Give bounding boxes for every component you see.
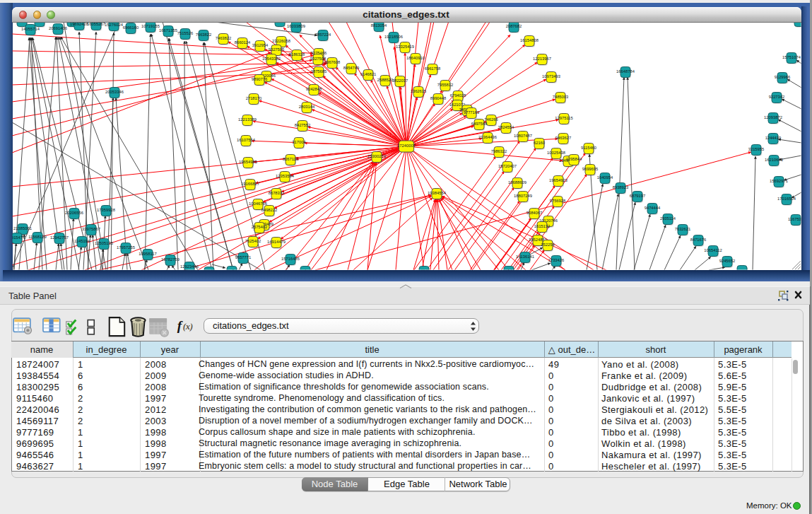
svg-text:19218506: 19218506 (384, 35, 403, 39)
svg-text:9115460: 9115460 (581, 146, 596, 150)
svg-text:16107554: 16107554 (237, 138, 256, 142)
svg-text:6966160: 6966160 (123, 25, 139, 30)
svg-text:2087682: 2087682 (506, 24, 522, 28)
svg-text:9146821: 9146821 (360, 72, 377, 76)
svg-text:8660124: 8660124 (235, 40, 251, 45)
svg-text:18807249: 18807249 (514, 194, 532, 198)
svg-text:7857224: 7857224 (315, 33, 331, 37)
svg-text:3912954: 3912954 (252, 43, 269, 47)
svg-text:12923446: 12923446 (180, 264, 199, 269)
svg-text:8471676: 8471676 (690, 238, 707, 242)
svg-text:16033809: 16033809 (287, 24, 305, 28)
svg-text:15276024: 15276024 (105, 23, 124, 27)
svg-text:9242848: 9242848 (306, 87, 322, 91)
svg-text:15720407: 15720407 (498, 164, 517, 168)
svg-text:2588520: 2588520 (377, 78, 394, 82)
svg-text:23226058: 23226058 (272, 39, 290, 43)
svg-text:1167533: 1167533 (788, 217, 804, 221)
svg-text:9084067: 9084067 (526, 211, 543, 215)
svg-text:19384554: 19384554 (428, 191, 447, 195)
svg-text:15716485: 15716485 (281, 257, 300, 261)
svg-text:3824554: 3824554 (498, 125, 514, 129)
svg-text:14055714: 14055714 (21, 27, 40, 31)
svg-text:15692971: 15692971 (770, 179, 788, 183)
svg-text:10807487: 10807487 (514, 134, 532, 138)
svg-text:6961758: 6961758 (425, 66, 441, 71)
svg-text:9699695: 9699695 (582, 167, 599, 171)
svg-text:15751074: 15751074 (782, 55, 801, 59)
svg-text:14914479: 14914479 (267, 240, 286, 244)
svg-text:9756928: 9756928 (550, 199, 566, 203)
svg-text:9327505: 9327505 (269, 47, 285, 52)
svg-text:14136141: 14136141 (516, 255, 534, 259)
svg-text:12093872: 12093872 (764, 115, 782, 119)
svg-text:12213389: 12213389 (238, 117, 257, 122)
svg-text:18640910: 18640910 (406, 56, 425, 60)
svg-text:10973493: 10973493 (542, 74, 560, 78)
svg-text:10688609: 10688609 (508, 180, 526, 185)
svg-text:20691406: 20691406 (49, 26, 67, 30)
svg-text:8813054: 8813054 (371, 23, 387, 28)
svg-text:9890776: 9890776 (252, 77, 268, 81)
svg-text:8938923: 8938923 (613, 185, 629, 189)
svg-text:2367608: 2367608 (324, 60, 341, 64)
svg-text:11568129: 11568129 (28, 235, 46, 239)
svg-text:9245652: 9245652 (719, 259, 736, 263)
svg-text:7986322: 7986322 (491, 149, 507, 153)
svg-text:16055267: 16055267 (87, 22, 105, 26)
svg-text:2718170: 2718170 (246, 96, 262, 100)
svg-text:8186328: 8186328 (289, 52, 305, 57)
svg-text:17240007: 17240007 (397, 144, 416, 148)
svg-text:12505135: 12505135 (95, 241, 113, 245)
svg-text:17957255: 17957255 (117, 245, 135, 250)
svg-text:20053346: 20053346 (105, 90, 124, 94)
svg-text:10025438: 10025438 (547, 151, 565, 155)
svg-text:7463822: 7463822 (216, 36, 232, 40)
svg-text:19654985: 19654985 (239, 160, 257, 164)
svg-text:9227342: 9227342 (769, 95, 785, 99)
svg-text:25300273: 25300273 (367, 154, 386, 158)
svg-text:8427552: 8427552 (295, 123, 311, 127)
svg-text:12942757: 12942757 (50, 235, 69, 240)
svg-text:10046766: 10046766 (249, 201, 267, 206)
svg-text:17016504: 17016504 (777, 197, 796, 201)
svg-text:21364436: 21364436 (478, 135, 497, 139)
svg-text:16782759: 16782759 (161, 257, 180, 262)
svg-text:1244419: 1244419 (765, 136, 782, 140)
svg-text:6879197: 6879197 (630, 194, 646, 198)
svg-text:16210643: 16210643 (765, 158, 783, 162)
svg-text:9777169: 9777169 (464, 110, 480, 115)
svg-text:6497568: 6497568 (471, 122, 488, 126)
svg-text:317004: 317004 (292, 140, 306, 144)
svg-text:3875685: 3875685 (311, 69, 327, 74)
svg-text:9463627: 9463627 (555, 136, 572, 140)
svg-text:1145194: 1145194 (74, 239, 90, 243)
svg-text:1733426: 1733426 (548, 258, 565, 262)
svg-text:21385061: 21385061 (13, 226, 32, 230)
svg-text:7632621: 7632621 (675, 227, 691, 231)
svg-text:10719155: 10719155 (141, 24, 160, 28)
svg-text:7485003: 7485003 (553, 95, 569, 99)
svg-text:8990448: 8990448 (430, 96, 447, 100)
svg-text:10958117: 10958117 (139, 252, 156, 256)
svg-text:12975115: 12975115 (555, 116, 572, 120)
svg-text:16648784: 16648784 (616, 69, 635, 74)
svg-text:252254: 252254 (541, 243, 555, 247)
svg-text:1362615: 1362615 (411, 89, 427, 93)
svg-text:(x): (x) (183, 322, 193, 332)
svg-text:9657771: 9657771 (235, 255, 252, 259)
svg-text:2935114: 2935114 (660, 216, 676, 221)
svg-text:19654923: 19654923 (549, 178, 567, 182)
svg-text:10543382: 10543382 (262, 57, 281, 61)
svg-text:2575402: 2575402 (252, 225, 268, 229)
svg-text:19166827: 19166827 (241, 182, 259, 186)
svg-text:6794028: 6794028 (450, 93, 466, 98)
svg-text:9474444: 9474444 (645, 206, 661, 210)
svg-text:3215955: 3215955 (748, 147, 765, 151)
svg-text:7955812: 7955812 (437, 83, 454, 87)
svg-text:3822037: 3822037 (392, 78, 408, 83)
svg-text:62160: 62160 (534, 141, 545, 145)
svg-text:2803144: 2803144 (299, 105, 315, 109)
svg-text:10654112: 10654112 (704, 248, 722, 252)
svg-text:1640954: 1640954 (597, 175, 613, 180)
